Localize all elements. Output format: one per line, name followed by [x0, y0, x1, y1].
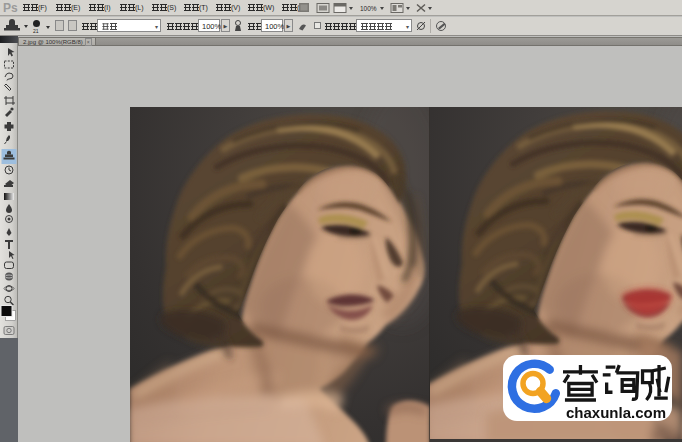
svg-text:100%: 100%: [360, 5, 377, 12]
svg-text:chaxunla.com: chaxunla.com: [566, 404, 666, 421]
